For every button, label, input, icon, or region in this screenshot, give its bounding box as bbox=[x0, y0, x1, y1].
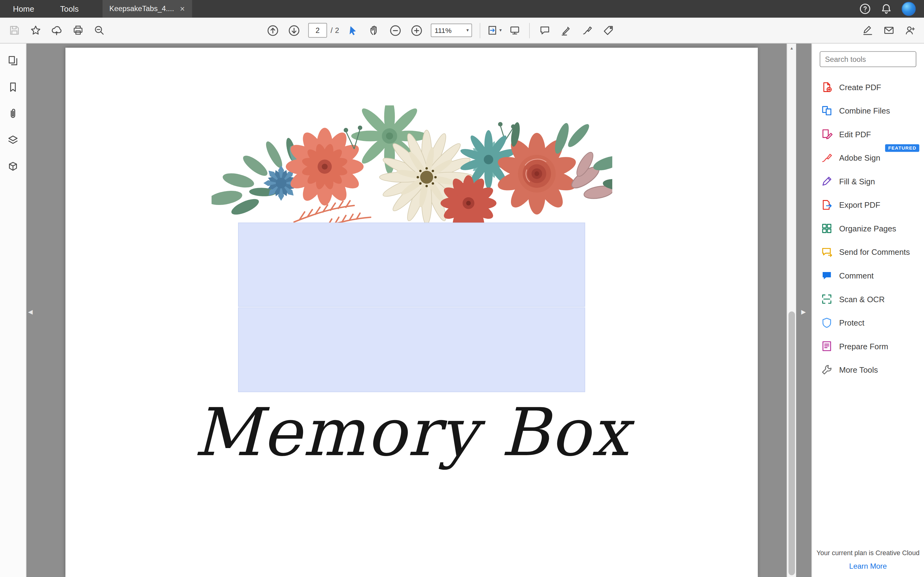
titlebar: Home Tools KeepsakeTabs_4.... × bbox=[0, 0, 924, 18]
tool-label: Send for Comments bbox=[839, 248, 910, 257]
tool-fill-sign[interactable]: Fill & Sign bbox=[812, 169, 924, 193]
protect-shield-icon bbox=[821, 317, 832, 328]
more-tools-wrench-icon bbox=[821, 364, 832, 376]
combine-files-icon bbox=[821, 105, 832, 117]
export-pdf-icon bbox=[821, 199, 832, 211]
document-canvas: Memory Box ◄ ► ▲ bbox=[26, 44, 811, 577]
plan-status-text: Your current plan is Creative Cloud bbox=[812, 549, 924, 556]
chevron-down-icon: ▾ bbox=[466, 28, 469, 33]
tool-label: Combine Files bbox=[839, 106, 890, 115]
tool-label: Export PDF bbox=[839, 200, 880, 209]
tool-label: Organize Pages bbox=[839, 224, 896, 233]
share-cloud-button[interactable] bbox=[46, 18, 67, 43]
attachments-paperclip-icon[interactable] bbox=[5, 106, 21, 121]
layers-icon[interactable] bbox=[5, 132, 21, 148]
tool-label: Prepare Form bbox=[839, 342, 888, 351]
star-favorite-button[interactable] bbox=[25, 18, 46, 43]
scrolling-mode-button[interactable] bbox=[504, 18, 525, 43]
scrollbar-up-arrow-icon[interactable]: ▲ bbox=[787, 44, 796, 53]
document-tab[interactable]: KeepsakeTabs_4.... × bbox=[102, 0, 192, 18]
zoom-out-search-button[interactable] bbox=[89, 18, 110, 43]
tool-prepare-form[interactable]: Prepare Form bbox=[812, 335, 924, 358]
toolbar: /2 111% ▾ ▾ bbox=[0, 18, 924, 44]
close-tab-icon[interactable]: × bbox=[180, 4, 185, 13]
adobe-sign-icon bbox=[821, 152, 832, 164]
send-email-button[interactable] bbox=[878, 18, 899, 43]
tool-label: Adobe Sign bbox=[839, 153, 880, 162]
esign-pen-button[interactable] bbox=[857, 18, 878, 43]
share-with-people-button[interactable] bbox=[899, 18, 921, 43]
tags-cube-icon[interactable] bbox=[5, 159, 21, 174]
user-avatar[interactable] bbox=[901, 2, 916, 16]
tool-organize-pages[interactable]: Organize Pages bbox=[812, 217, 924, 240]
add-comment-button[interactable] bbox=[534, 18, 555, 43]
organize-pages-icon bbox=[821, 222, 832, 234]
tool-more-tools[interactable]: More Tools bbox=[812, 358, 924, 382]
bookmarks-icon[interactable] bbox=[5, 79, 21, 95]
zoom-in-button[interactable] bbox=[406, 18, 428, 43]
tool-label: Protect bbox=[839, 318, 864, 327]
page-number-input[interactable] bbox=[308, 23, 327, 38]
tools-panel: Create PDF Combine Files Edit PDF FEATUR… bbox=[812, 44, 924, 577]
document-tab-title: KeepsakeTabs_4.... bbox=[109, 5, 174, 13]
print-button[interactable] bbox=[67, 18, 89, 43]
tool-label: Fill & Sign bbox=[839, 177, 875, 186]
notifications-bell-icon[interactable] bbox=[880, 3, 892, 15]
next-page-button[interactable] bbox=[283, 18, 305, 43]
tool-comment[interactable]: Comment bbox=[812, 264, 924, 287]
featured-badge: FEATURED bbox=[885, 144, 919, 152]
watercolor-flowers-image bbox=[211, 105, 612, 229]
form-field[interactable] bbox=[238, 222, 585, 307]
learn-more-link[interactable]: Learn More bbox=[849, 562, 887, 571]
home-tab[interactable]: Home bbox=[0, 0, 47, 18]
search-tools-input[interactable] bbox=[820, 51, 916, 67]
tool-label: Edit PDF bbox=[839, 130, 871, 139]
zoom-out-button[interactable] bbox=[385, 18, 406, 43]
collapse-right-pane-icon[interactable]: ► bbox=[800, 305, 807, 318]
tool-list: Create PDF Combine Files Edit PDF FEATUR… bbox=[812, 71, 924, 382]
tool-label: Comment bbox=[839, 271, 874, 280]
zoom-level-value: 111% bbox=[435, 26, 452, 34]
scrollbar-thumb[interactable] bbox=[788, 311, 795, 575]
zoom-level-dropdown[interactable]: 111% ▾ bbox=[431, 24, 472, 37]
hand-tool-button[interactable] bbox=[364, 18, 385, 43]
fill-sign-icon bbox=[821, 176, 832, 187]
tool-label: More Tools bbox=[839, 365, 878, 374]
tool-export-pdf[interactable]: Export PDF bbox=[812, 193, 924, 217]
select-tool-button[interactable] bbox=[342, 18, 364, 43]
tool-protect[interactable]: Protect bbox=[812, 311, 924, 335]
tool-create-pdf[interactable]: Create PDF bbox=[812, 76, 924, 99]
send-for-comments-icon bbox=[821, 246, 832, 258]
comment-icon bbox=[821, 269, 832, 281]
save-button[interactable] bbox=[3, 18, 25, 43]
previous-page-button[interactable] bbox=[262, 18, 283, 43]
collapse-left-pane-icon[interactable]: ◄ bbox=[27, 305, 34, 318]
scan-ocr-icon bbox=[821, 293, 832, 305]
page-thumbnails-icon[interactable] bbox=[5, 53, 21, 68]
form-field[interactable] bbox=[238, 308, 585, 392]
tool-label: Scan & OCR bbox=[839, 295, 885, 304]
edit-pdf-icon bbox=[821, 128, 832, 140]
highlight-text-button[interactable] bbox=[555, 18, 577, 43]
document-title-text: Memory Box bbox=[65, 394, 758, 471]
tool-label: Create PDF bbox=[839, 83, 881, 92]
prepare-form-icon bbox=[821, 340, 832, 352]
tool-edit-pdf[interactable]: Edit PDF bbox=[812, 122, 924, 146]
tool-combine-files[interactable]: Combine Files bbox=[812, 99, 924, 122]
vertical-scrollbar[interactable]: ▲ bbox=[787, 44, 796, 577]
left-navigation-rail bbox=[0, 44, 26, 577]
sign-pen-button[interactable] bbox=[577, 18, 598, 43]
help-icon[interactable] bbox=[859, 3, 871, 15]
chevron-down-icon: ▾ bbox=[499, 28, 502, 33]
pdf-page: Memory Box bbox=[65, 48, 758, 577]
tools-tab[interactable]: Tools bbox=[47, 0, 92, 18]
stamp-tag-button[interactable] bbox=[598, 18, 619, 43]
tool-adobe-sign[interactable]: FEATURED Adobe Sign bbox=[812, 146, 924, 169]
page-display-dropdown[interactable]: ▾ bbox=[485, 18, 504, 43]
page-count-label: /2 bbox=[331, 26, 339, 34]
create-pdf-icon bbox=[821, 81, 832, 93]
tool-send-for-comments[interactable]: Send for Comments bbox=[812, 240, 924, 264]
tool-scan-ocr[interactable]: Scan & OCR bbox=[812, 287, 924, 311]
